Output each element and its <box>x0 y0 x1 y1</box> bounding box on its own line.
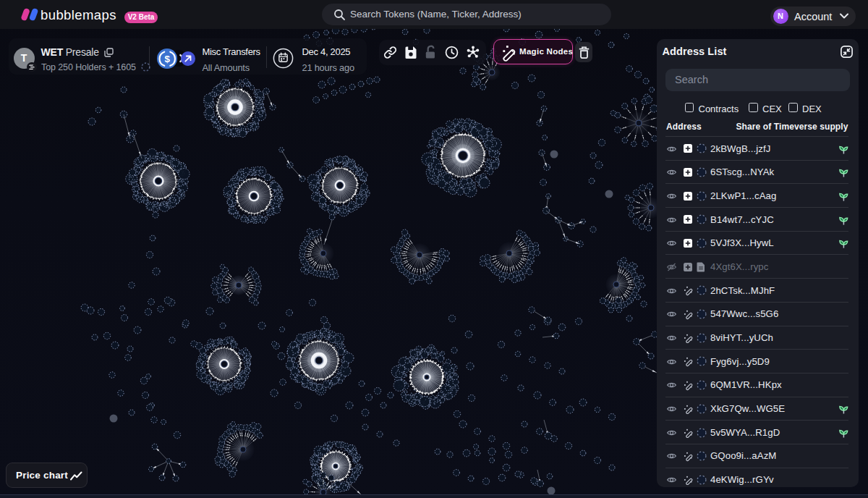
svg-text:$: $ <box>164 54 170 64</box>
